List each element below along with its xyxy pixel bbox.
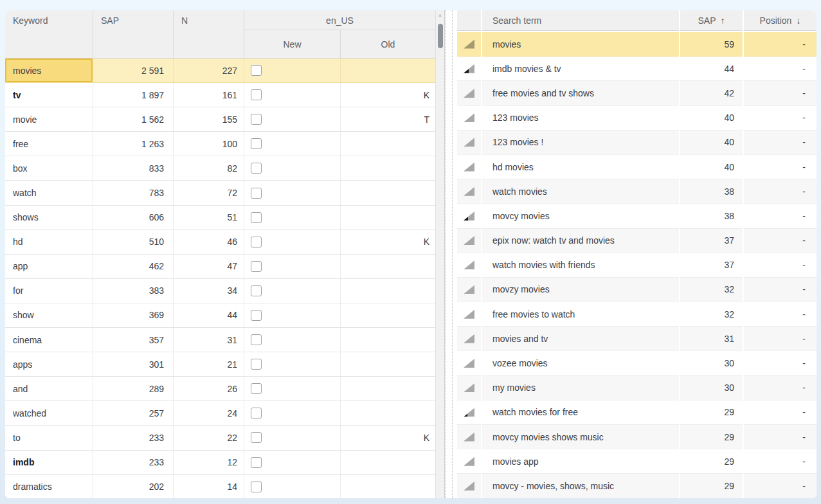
keyword-row[interactable]: free1 263100 — [5, 132, 435, 156]
keyword-cell[interactable]: imdb — [5, 451, 93, 474]
search-term-cell[interactable]: movcy movies shows music — [482, 425, 679, 449]
scrollbar-thumb[interactable] — [438, 24, 443, 48]
search-term-row[interactable]: imdb movies & tv44- — [457, 57, 816, 81]
search-term-cell[interactable]: movzy movies — [482, 278, 679, 302]
new-checkbox[interactable] — [251, 310, 262, 321]
keyword-row[interactable]: and28926 — [5, 377, 435, 401]
search-term-row[interactable]: movzy movies32- — [457, 278, 816, 302]
search-term-cell[interactable]: 123 movies — [482, 106, 679, 130]
new-checkbox[interactable] — [251, 138, 262, 149]
search-term-cell[interactable]: epix now: watch tv and movies — [482, 229, 679, 253]
keyword-cell[interactable]: box — [5, 156, 93, 180]
col-header-n[interactable]: N — [174, 10, 244, 58]
new-checkbox[interactable] — [251, 261, 262, 272]
search-term-row[interactable]: free movies to watch32- — [457, 302, 816, 327]
keyword-row[interactable]: shows60651 — [5, 206, 435, 230]
keyword-row[interactable]: box83382 — [5, 156, 435, 181]
col-header-sap[interactable]: SAP — [93, 10, 174, 58]
search-term-cell[interactable]: vozee movies — [482, 351, 679, 375]
keyword-row[interactable]: apps30121 — [5, 352, 435, 377]
keyword-cell[interactable]: show — [5, 303, 93, 327]
new-checkbox[interactable] — [251, 188, 262, 199]
search-term-cell[interactable]: 123 movies ! — [482, 130, 679, 155]
keyword-row[interactable]: movie1 562155T — [5, 107, 435, 132]
search-term-cell[interactable]: movies and tv — [482, 327, 679, 351]
new-checkbox[interactable] — [251, 89, 262, 100]
search-term-cell[interactable]: hd movies — [482, 155, 679, 179]
search-term-row[interactable]: my movies30- — [457, 376, 816, 401]
col-header-position[interactable]: Position ↓ — [744, 10, 816, 31]
search-term-row[interactable]: vozee movies30- — [457, 351, 816, 375]
new-checkbox[interactable] — [251, 383, 262, 394]
keyword-row[interactable]: dramatics20214 — [5, 475, 435, 498]
keyword-cell[interactable]: movie — [5, 107, 93, 131]
search-term-row[interactable]: watch movies with friends37- — [457, 253, 816, 278]
search-term-cell[interactable]: movies app — [482, 449, 679, 474]
new-checkbox[interactable] — [251, 237, 262, 248]
keyword-row[interactable]: tv1 897161K — [5, 83, 435, 107]
search-term-cell[interactable]: movcy - movies, shows, music — [482, 474, 679, 498]
search-term-cell[interactable]: free movies and tv shows — [482, 81, 679, 105]
new-checkbox[interactable] — [251, 163, 262, 174]
keyword-cell[interactable]: watch — [5, 181, 93, 204]
search-term-row[interactable]: movcy movies shows music29- — [457, 425, 816, 449]
keyword-cell[interactable]: hd — [5, 230, 93, 254]
col-header-new[interactable]: New — [244, 30, 341, 58]
keyword-cell[interactable]: cinema — [5, 328, 93, 352]
keyword-row[interactable]: for38334 — [5, 279, 435, 303]
col-header-keyword[interactable]: Keyword — [5, 10, 93, 58]
search-term-row[interactable]: movies59- — [457, 32, 816, 57]
keyword-row[interactable]: watch78372 — [5, 181, 435, 205]
left-scrollbar[interactable]: ▲ — [435, 10, 444, 498]
keyword-row[interactable]: movies2 591227 — [5, 59, 435, 83]
panel-splitter[interactable] — [445, 10, 457, 498]
col-header-locale-group[interactable]: en_US — [244, 10, 435, 30]
search-term-row[interactable]: watch movies38- — [457, 179, 816, 204]
col-header-old[interactable]: Old — [341, 30, 435, 58]
col-header-sap-right[interactable]: SAP ↑ — [680, 10, 743, 31]
search-term-row[interactable]: epix now: watch tv and movies37- — [457, 229, 816, 253]
new-checkbox[interactable] — [251, 359, 262, 370]
new-checkbox[interactable] — [251, 114, 262, 125]
new-checkbox[interactable] — [251, 212, 262, 223]
search-term-cell[interactable]: watch movies — [482, 179, 679, 204]
keyword-cell[interactable]: watched — [5, 401, 93, 425]
search-term-row[interactable]: hd movies40- — [457, 155, 816, 179]
keyword-row[interactable]: app46247 — [5, 255, 435, 279]
keyword-row[interactable]: watched25724 — [5, 401, 435, 426]
search-term-row[interactable]: movies app29- — [457, 449, 816, 474]
search-term-row[interactable]: 123 movies40- — [457, 106, 816, 130]
keyword-cell[interactable]: and — [5, 377, 93, 401]
search-term-cell[interactable]: free movies to watch — [482, 302, 679, 327]
keyword-cell[interactable]: for — [5, 279, 93, 303]
search-term-cell[interactable]: watch movies for free — [482, 401, 679, 425]
search-term-row[interactable]: 123 movies !40- — [457, 130, 816, 155]
search-term-cell[interactable]: watch movies with friends — [482, 253, 679, 278]
new-checkbox[interactable] — [251, 482, 262, 492]
new-checkbox[interactable] — [251, 285, 262, 296]
keyword-cell[interactable]: movies — [5, 59, 93, 82]
keyword-cell[interactable]: shows — [5, 206, 93, 230]
search-term-row[interactable]: movcy movies38- — [457, 204, 816, 228]
keyword-row[interactable]: show36944 — [5, 303, 435, 328]
search-term-row[interactable]: movies and tv31- — [457, 327, 816, 351]
new-checkbox[interactable] — [251, 432, 262, 443]
search-term-cell[interactable]: movies — [482, 32, 679, 57]
keyword-cell[interactable]: app — [5, 255, 93, 278]
keyword-cell[interactable]: apps — [5, 352, 93, 376]
new-checkbox[interactable] — [251, 457, 262, 468]
keyword-cell[interactable]: tv — [5, 83, 93, 107]
search-term-cell[interactable]: movcy movies — [482, 204, 679, 228]
search-term-row[interactable]: free movies and tv shows42- — [457, 81, 816, 105]
search-term-row[interactable]: movcy - movies, shows, music29- — [457, 474, 816, 498]
new-checkbox[interactable] — [251, 334, 262, 345]
col-header-search-term[interactable]: Search term — [482, 10, 679, 31]
keyword-row[interactable]: cinema35731 — [5, 328, 435, 352]
search-term-cell[interactable]: my movies — [482, 376, 679, 401]
search-term-cell[interactable]: imdb movies & tv — [482, 57, 679, 81]
keyword-row[interactable]: imdb23312 — [5, 451, 435, 475]
keyword-row[interactable]: hd51046K — [5, 230, 435, 255]
scroll-up-icon[interactable]: ▲ — [438, 12, 443, 19]
search-term-row[interactable]: watch movies for free29- — [457, 401, 816, 425]
keyword-cell[interactable]: to — [5, 426, 93, 449]
